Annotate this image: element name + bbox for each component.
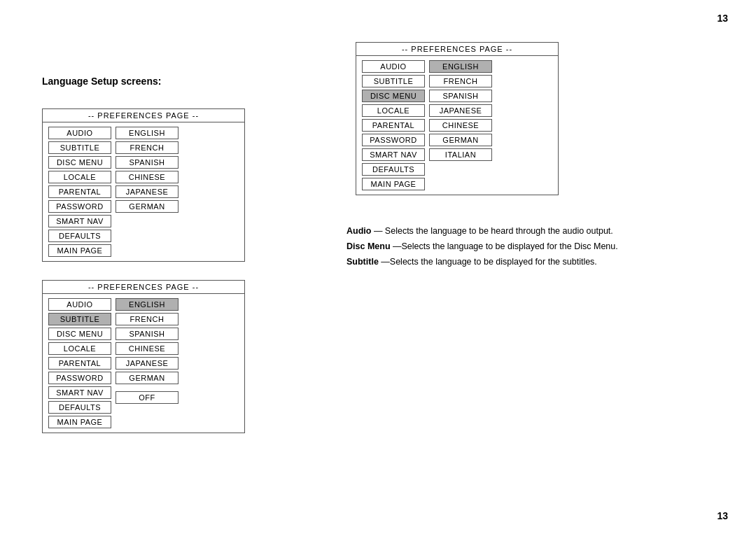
bl-off[interactable]: OFF	[115, 391, 178, 404]
tr-subtitle[interactable]: SUBTITLE	[362, 75, 425, 87]
tl-main-page[interactable]: MAIN PAGE	[48, 244, 111, 257]
desc-disc-menu: Disc Menu —Selects the language to be di…	[346, 239, 724, 253]
tl-audio[interactable]: AUDIO	[48, 127, 111, 139]
bl-defaults[interactable]: DEFAULTS	[48, 401, 111, 414]
tr-english[interactable]: ENGLISH	[429, 60, 492, 73]
bl-password[interactable]: PASSWORD	[48, 372, 111, 384]
tr-audio[interactable]: AUDIO	[362, 60, 425, 73]
bl-parental[interactable]: PARENTAL	[48, 357, 111, 370]
section-title: Language Setup screens:	[42, 76, 161, 87]
tl-subtitle[interactable]: SUBTITLE	[48, 141, 111, 154]
tr-parental[interactable]: PARENTAL	[362, 119, 425, 132]
bl-english[interactable]: ENGLISH	[115, 298, 178, 311]
tr-spanish[interactable]: SPANISH	[429, 90, 492, 102]
bl-main-page[interactable]: MAIN PAGE	[48, 416, 111, 428]
tl-english[interactable]: ENGLISH	[115, 127, 178, 139]
tr-french[interactable]: FRENCH	[429, 75, 492, 87]
tl-parental[interactable]: PARENTAL	[48, 185, 111, 198]
tl-french[interactable]: FRENCH	[115, 141, 178, 154]
tr-japanese[interactable]: JAPANESE	[429, 104, 492, 117]
tr-defaults[interactable]: DEFAULTS	[362, 163, 425, 176]
pref-right-col-bottom-left: ENGLISH FRENCH SPANISH CHINESE JAPANESE …	[115, 298, 178, 428]
bl-subtitle[interactable]: SUBTITLE	[48, 313, 111, 325]
tl-german[interactable]: GERMAN	[115, 200, 178, 213]
pref-left-col-top-right: AUDIO SUBTITLE DISC MENU LOCALE PARENTAL…	[362, 60, 425, 190]
tr-password[interactable]: PASSWORD	[362, 134, 425, 146]
bl-french[interactable]: FRENCH	[115, 313, 178, 325]
tl-japanese[interactable]: JAPANESE	[115, 185, 178, 198]
tl-smart-nav[interactable]: SMART NAV	[48, 215, 111, 227]
tr-italian[interactable]: ITALIAN	[429, 148, 492, 161]
desc-audio: Audio — Selects the language to be heard…	[346, 224, 724, 238]
tr-smart-nav[interactable]: SMART NAV	[362, 148, 425, 161]
bl-locale[interactable]: LOCALE	[48, 342, 111, 355]
pref-title-bottom-left: -- PREFERENCES PAGE --	[43, 281, 244, 294]
pref-right-col-top-left: ENGLISH FRENCH SPANISH CHINESE JAPANESE …	[115, 127, 178, 257]
pref-table-bottom-left: -- PREFERENCES PAGE -- AUDIO SUBTITLE DI…	[42, 280, 245, 433]
tl-chinese[interactable]: CHINESE	[115, 171, 178, 183]
bl-german[interactable]: GERMAN	[115, 372, 178, 384]
bl-japanese[interactable]: JAPANESE	[115, 357, 178, 370]
pref-right-col-top-right: ENGLISH FRENCH SPANISH JAPANESE CHINESE …	[429, 60, 492, 190]
tl-defaults[interactable]: DEFAULTS	[48, 230, 111, 242]
tr-locale[interactable]: LOCALE	[362, 104, 425, 117]
bl-disc-menu[interactable]: DISC MENU	[48, 328, 111, 340]
tl-locale[interactable]: LOCALE	[48, 171, 111, 183]
pref-left-col-bottom-left: AUDIO SUBTITLE DISC MENU LOCALE PARENTAL…	[48, 298, 111, 428]
tr-disc-menu[interactable]: DISC MENU	[362, 90, 425, 102]
tl-spanish[interactable]: SPANISH	[115, 156, 178, 169]
pref-title-top-left: -- PREFERENCES PAGE --	[43, 109, 244, 122]
page-number-top: 13	[717, 13, 728, 24]
pref-left-col-top-left: AUDIO SUBTITLE DISC MENU LOCALE PARENTAL…	[48, 127, 111, 257]
bl-chinese[interactable]: CHINESE	[115, 342, 178, 355]
tl-disc-menu[interactable]: DISC MENU	[48, 156, 111, 169]
bl-empty1	[115, 386, 178, 389]
tr-chinese[interactable]: CHINESE	[429, 119, 492, 132]
pref-table-top-left: -- PREFERENCES PAGE -- AUDIO SUBTITLE DI…	[42, 108, 245, 262]
desc-subtitle: Subtitle —Selects the language to be dis…	[346, 255, 724, 269]
bl-smart-nav[interactable]: SMART NAV	[48, 386, 111, 399]
tr-german[interactable]: GERMAN	[429, 134, 492, 146]
tr-main-page[interactable]: MAIN PAGE	[362, 178, 425, 190]
bl-spanish[interactable]: SPANISH	[115, 328, 178, 340]
bl-audio[interactable]: AUDIO	[48, 298, 111, 311]
pref-title-top-right: -- PREFERENCES PAGE --	[356, 43, 558, 56]
description-block: Audio — Selects the language to be heard…	[346, 224, 724, 270]
pref-table-top-right: -- PREFERENCES PAGE -- AUDIO SUBTITLE DI…	[356, 42, 559, 195]
tl-password[interactable]: PASSWORD	[48, 200, 111, 213]
page-number-bottom: 13	[717, 510, 728, 521]
